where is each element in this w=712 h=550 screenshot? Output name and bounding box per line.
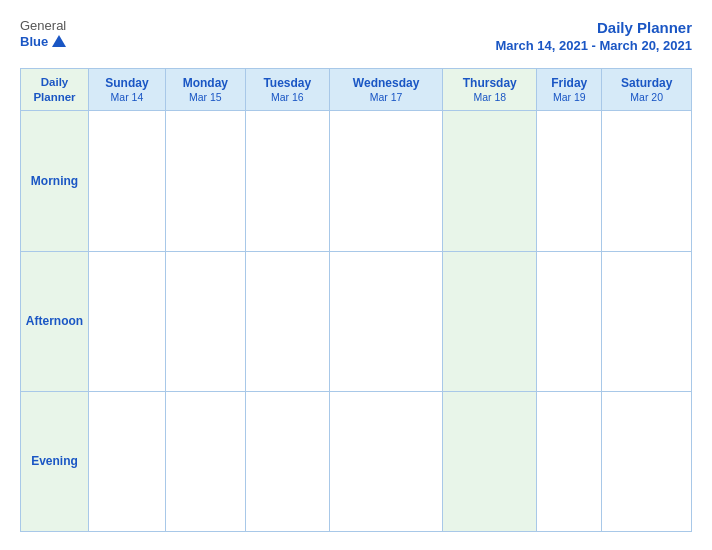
morning-tuesday[interactable] [245,111,329,251]
header: General Blue Daily Planner March 14, 202… [20,18,692,54]
saturday-name: Saturday [604,76,689,92]
logo-area: General Blue [20,18,66,49]
header-label-line2: Planner [33,91,75,103]
morning-saturday[interactable] [602,111,692,251]
header-thursday: Thursday Mar 18 [443,69,537,111]
evening-friday[interactable] [537,391,602,531]
afternoon-monday[interactable] [165,251,245,391]
tuesday-name: Tuesday [248,76,327,92]
afternoon-label: Afternoon [21,251,89,391]
thursday-name: Thursday [445,76,534,92]
evening-tuesday[interactable] [245,391,329,531]
logo-general-text: General [20,18,66,34]
evening-sunday[interactable] [89,391,166,531]
morning-row: Morning [21,111,692,251]
afternoon-friday[interactable] [537,251,602,391]
header-tuesday: Tuesday Mar 16 [245,69,329,111]
title-date: March 14, 2021 - March 20, 2021 [495,38,692,55]
sunday-name: Sunday [91,76,163,92]
morning-thursday[interactable] [443,111,537,251]
calendar-table: Daily Planner Sunday Mar 14 Monday Mar 1… [20,68,692,532]
morning-friday[interactable] [537,111,602,251]
title-main: Daily Planner [495,18,692,38]
header-monday: Monday Mar 15 [165,69,245,111]
header-row: Daily Planner Sunday Mar 14 Monday Mar 1… [21,69,692,111]
thursday-date: Mar 18 [445,91,534,105]
evening-thursday[interactable] [443,391,537,531]
evening-wednesday[interactable] [329,391,443,531]
header-saturday: Saturday Mar 20 [602,69,692,111]
afternoon-wednesday[interactable] [329,251,443,391]
afternoon-row: Afternoon [21,251,692,391]
afternoon-thursday[interactable] [443,251,537,391]
saturday-date: Mar 20 [604,91,689,105]
morning-label: Morning [21,111,89,251]
monday-date: Mar 15 [168,91,243,105]
morning-wednesday[interactable] [329,111,443,251]
page: General Blue Daily Planner March 14, 202… [0,0,712,550]
monday-name: Monday [168,76,243,92]
header-sunday: Sunday Mar 14 [89,69,166,111]
afternoon-saturday[interactable] [602,251,692,391]
evening-label: Evening [21,391,89,531]
morning-monday[interactable] [165,111,245,251]
friday-name: Friday [539,76,599,92]
logo-blue-text: Blue [20,34,66,50]
morning-sunday[interactable] [89,111,166,251]
tuesday-date: Mar 16 [248,91,327,105]
friday-date: Mar 19 [539,91,599,105]
evening-saturday[interactable] [602,391,692,531]
evening-row: Evening [21,391,692,531]
title-area: Daily Planner March 14, 2021 - March 20,… [495,18,692,54]
header-label-cell: Daily Planner [21,69,89,111]
header-wednesday: Wednesday Mar 17 [329,69,443,111]
evening-monday[interactable] [165,391,245,531]
logo-triangle-icon [52,35,66,47]
afternoon-tuesday[interactable] [245,251,329,391]
header-friday: Friday Mar 19 [537,69,602,111]
logo-blue-word: Blue [20,34,48,50]
wednesday-date: Mar 17 [332,91,441,105]
wednesday-name: Wednesday [332,76,441,92]
header-label-line1: Daily [41,76,69,88]
afternoon-sunday[interactable] [89,251,166,391]
sunday-date: Mar 14 [91,91,163,105]
